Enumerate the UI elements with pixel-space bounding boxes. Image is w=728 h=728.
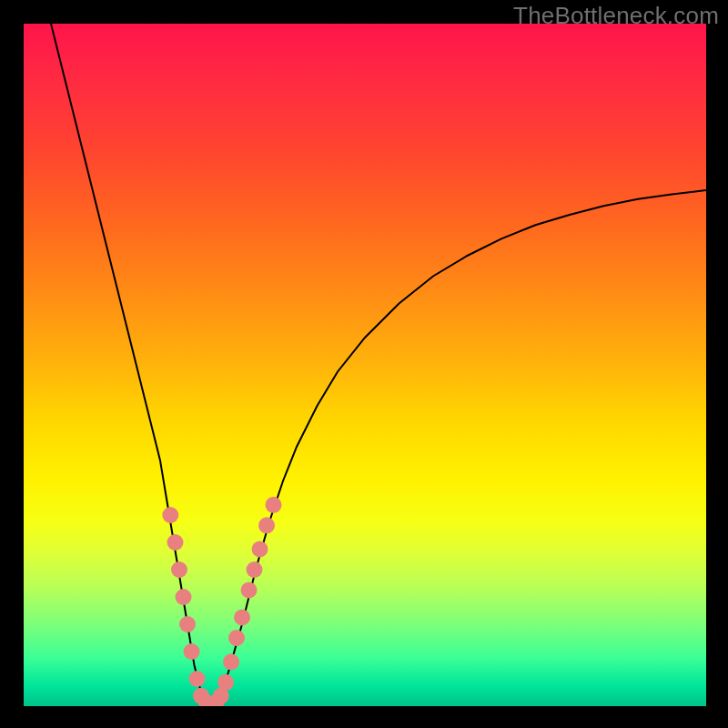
watermark-text: TheBottleneck.com (513, 2, 719, 30)
bottleneck-curve (51, 24, 706, 706)
marker-dot (179, 616, 196, 632)
marker-dot (228, 630, 245, 646)
marker-dot (176, 589, 192, 605)
marker-dot (266, 497, 282, 513)
marker-dot (184, 643, 200, 660)
marker-dot (171, 561, 187, 578)
marker-dot (252, 541, 268, 558)
marker-dot (247, 561, 263, 578)
chart-svg (24, 24, 706, 706)
marker-dot (162, 507, 178, 523)
marker-dot (241, 582, 258, 599)
marker-dot (189, 671, 206, 687)
chart-frame (24, 24, 706, 706)
marker-dot (217, 674, 234, 691)
marker-dots-group (162, 497, 281, 706)
marker-dot (167, 534, 184, 551)
marker-dot (223, 653, 239, 670)
marker-dot (258, 517, 275, 533)
marker-dot (234, 610, 250, 626)
